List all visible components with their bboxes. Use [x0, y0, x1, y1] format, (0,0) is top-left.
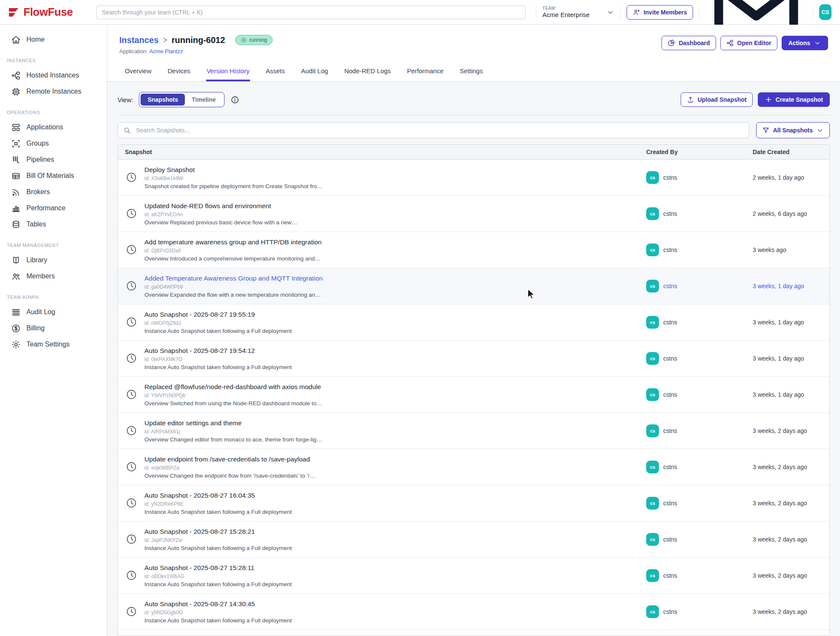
breadcrumb-instances-link[interactable]: Instances [119, 35, 158, 45]
home-icon [11, 35, 21, 45]
tab-node-red-logs[interactable]: Node-RED Logs [344, 63, 391, 81]
upload-snapshot-button[interactable]: Upload Snapshot [681, 92, 753, 107]
sidebar-item-team-settings[interactable]: Team Settings [0, 336, 107, 352]
snapshot-created-by: cs cstns [646, 352, 753, 365]
snapshot-filter-dropdown[interactable]: All Snapshots [756, 122, 830, 138]
snapshot-row[interactable]: Add temperature awareness group and HTTP… [118, 232, 829, 268]
snapshot-row[interactable]: Auto Snapshot - 2025-08-27 19:55:19 id: … [118, 304, 829, 341]
snapshot-date-created: 3 weeks, 1 day ago [753, 391, 829, 398]
user-avatar-button[interactable]: CS [819, 4, 831, 20]
view-option-snapshots[interactable]: Snapshots [141, 94, 185, 106]
snapshot-row[interactable]: Auto Snapshot - 2025-08-27 14:30:45 id: … [118, 594, 829, 630]
sidebar-item-pipelines[interactable]: Pipelines [0, 152, 107, 168]
performance-icon [11, 203, 21, 213]
sidebar-item-tables[interactable]: Tables [0, 216, 107, 232]
search-icon [123, 126, 131, 134]
snapshot-title[interactable]: Updated Node-RED flows and environment [144, 202, 297, 210]
snapshot-row[interactable]: Updated Node-RED flows and environment i… [118, 196, 829, 232]
snapshot-title[interactable]: Update endpoint from /save-credentials t… [144, 455, 315, 464]
snapshot-title[interactable]: Added Temperature Awareness Group and MQ… [144, 274, 323, 283]
snapshot-title[interactable]: Add temperature awareness group and HTTP… [144, 238, 322, 246]
sidebar-item-members[interactable]: Members [0, 268, 107, 284]
user-name: cstns [663, 210, 677, 217]
snapshot-created-by: cs cstns [646, 316, 753, 329]
snapshot-created-by: cs cstns [646, 605, 753, 618]
snapshot-title[interactable]: Auto Snapshot - 2025-08-27 16:04:35 [144, 491, 292, 500]
version-history-panel: View: SnapshotsTimeline Upload Snapshot … [107, 82, 840, 636]
sidebar-item-performance[interactable]: Performance [0, 200, 107, 216]
sidebar-item-hosted-instances[interactable]: Hosted Instances [0, 67, 107, 83]
snapshot-row[interactable]: Update editor settings and theme id: AlR… [118, 413, 829, 449]
sidebar-item-brokers[interactable]: Brokers [0, 184, 107, 200]
clock-icon [126, 425, 137, 436]
snapshot-row[interactable]: Auto Snapshot - 2025-08-27 16:04:35 id: … [118, 485, 829, 521]
open-editor-button[interactable]: Open Editor [720, 36, 777, 50]
application-link[interactable]: Acme Plantzz [149, 48, 183, 54]
user-name: cstns [663, 355, 677, 362]
snapshot-title[interactable]: Auto Snapshot - 2025-08-27 15:28:21 [144, 527, 292, 536]
sidebar-item-remote-instances[interactable]: Remote Instances [0, 83, 107, 100]
sidebar-section-label: INSTANCES [0, 58, 107, 63]
snapshot-title[interactable]: Replaced @flowfuse/node-red-dashboard wi… [144, 383, 322, 391]
snapshot-title[interactable]: Auto Snapshot - 2025-08-27 19:55:19 [144, 310, 292, 319]
snapshot-description: Instance Auto Snapshot taken following a… [144, 545, 292, 551]
tab-performance[interactable]: Performance [406, 63, 444, 81]
dashboard-button[interactable]: Dashboard [662, 36, 716, 50]
snapshot-id: id: JxpPJNKPZw [144, 537, 292, 543]
team-search-input[interactable] [96, 6, 526, 19]
column-header-date-created: Date Created [753, 149, 829, 155]
tables-icon [11, 220, 21, 229]
snapshot-title[interactable]: Deploy Snapshot [144, 166, 322, 174]
chevron-down-icon [814, 39, 821, 47]
sidebar-item-bill-of-materials[interactable]: Bill Of Materials [0, 168, 107, 184]
view-option-timeline[interactable]: Timeline [185, 94, 223, 106]
create-snapshot-button[interactable]: Create Snapshot [758, 92, 830, 107]
tab-version-history[interactable]: Version History [206, 63, 250, 81]
info-icon[interactable] [230, 95, 239, 104]
tab-assets[interactable]: Assets [265, 63, 285, 81]
tab-devices[interactable]: Devices [167, 63, 191, 81]
sidebar-item-library[interactable]: Library [0, 252, 107, 268]
snapshot-title[interactable]: Auto Snapshot - 2025-08-27 15:28:11 [144, 564, 292, 572]
snapshot-row[interactable]: Added Temperature Awareness Group and MQ… [118, 268, 829, 304]
user-name: cstns [663, 427, 677, 434]
chevron-down-icon [816, 126, 824, 134]
status-label: running [249, 37, 267, 43]
snapshot-title[interactable]: Auto Snapshot - 2025-08-27 19:54:12 [144, 347, 292, 355]
snapshot-row[interactable]: Auto Snapshot - 2025-08-27 15:28:11 id: … [118, 558, 829, 594]
sidebar-item-audit-log[interactable]: Audit Log [0, 304, 107, 320]
app-logo[interactable]: FlowFuse [8, 6, 96, 19]
clock-icon [126, 352, 137, 364]
sidebar-item-applications[interactable]: Applications [0, 119, 107, 135]
snapshot-row[interactable]: Replaced @flowfuse/node-red-dashboard wi… [118, 377, 829, 413]
snapshot-row[interactable]: Deploy Snapshot id: X3o6Bw1k9W Snapshot … [118, 160, 829, 196]
team-selector[interactable]: TEAM: Acme Enterprise [542, 6, 614, 18]
tab-audit-log[interactable]: Audit Log [301, 63, 328, 81]
tab-settings[interactable]: Settings [459, 63, 483, 81]
column-header-created-by: Created By [646, 149, 753, 155]
user-name: cstns [663, 246, 677, 253]
sidebar-item-home[interactable]: Home [0, 32, 107, 48]
snapshot-description: Overview Switched from using the Node-RE… [144, 400, 322, 407]
sidebar-item-billing[interactable]: Billing [0, 320, 107, 336]
instance-name: running-6012 [172, 35, 225, 45]
snapshot-title[interactable]: Auto Snapshot - 2025-08-27 14:30:45 [144, 600, 292, 608]
snapshot-title[interactable]: Update editor settings and theme [144, 419, 322, 427]
snapshot-row[interactable]: Auto Snapshot - 2025-08-27 19:54:12 id: … [118, 341, 829, 377]
tab-overview[interactable]: Overview [124, 63, 152, 81]
view-toggle[interactable]: SnapshotsTimeline [139, 92, 224, 107]
snapshot-row[interactable]: Update endpoint from /save-credentials t… [118, 449, 829, 485]
bill-of-materials-icon [11, 171, 21, 181]
sidebar-item-groups[interactable]: Groups [0, 135, 107, 152]
snapshot-row[interactable]: Auto Snapshot - 2025-08-27 15:28:21 id: … [118, 521, 829, 558]
pipelines-icon [11, 155, 21, 165]
snapshot-id: id: YWVPzN0PQb [144, 392, 322, 398]
snapshot-created-by: cs cstns [646, 497, 753, 510]
snapshot-search-input[interactable] [118, 122, 749, 138]
invite-members-button[interactable]: Invite Members [627, 5, 693, 20]
instance-tabs: OverviewDevicesVersion HistoryAssetsAudi… [119, 63, 828, 81]
snapshot-row[interactable]: Add HTTP endpoint for saving credentials… [118, 630, 829, 636]
user-name: cstns [663, 391, 677, 398]
actions-button[interactable]: Actions [782, 36, 828, 50]
snapshot-id: id: eojkWlBPZa [144, 465, 315, 471]
